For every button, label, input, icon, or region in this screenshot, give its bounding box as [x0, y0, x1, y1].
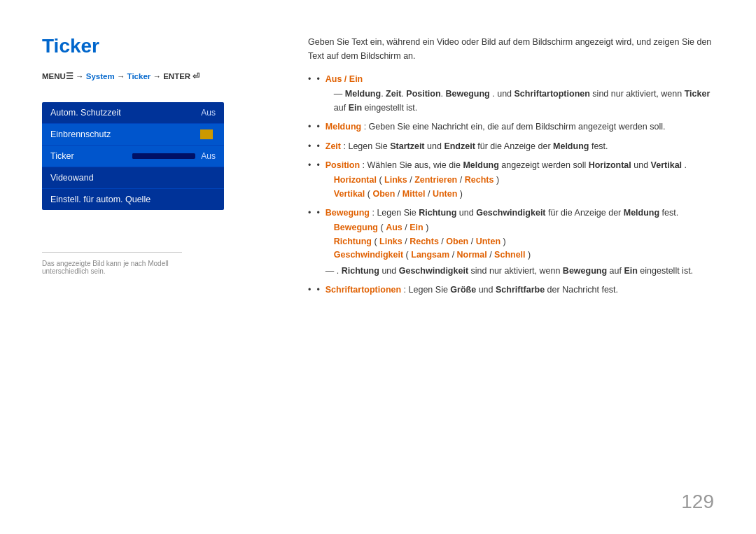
- ein-ref1: Ein: [349, 103, 362, 113]
- bullet-bewegung: • Bewegung : Legen Sie Richtung und Gesc…: [308, 206, 714, 278]
- groesse: Größe: [450, 285, 476, 295]
- aus-ein-sub: — Meldung. Zeit. Position. Bewegung . un…: [334, 87, 714, 115]
- ein-note: Ein: [624, 266, 637, 276]
- einstell-label: Einstell. für autom. Quelle: [50, 195, 150, 204]
- arrow-1: →: [76, 72, 86, 80]
- system-label: System: [86, 72, 115, 80]
- schriftfarbe: Schriftfarbe: [496, 285, 545, 295]
- einbrennschutz-label: Einbrennschutz: [50, 129, 111, 139]
- bullet-list: • Aus / Ein — Meldung. Zeit. Position. B…: [308, 73, 714, 297]
- menu-item-videowand[interactable]: Videowand: [42, 167, 224, 189]
- meldung-ref4: Meldung: [624, 208, 659, 218]
- bullet-schriftart-content: Schriftartoptionen : Legen Sie Größe und…: [326, 283, 714, 297]
- richtung-note: Richtung: [342, 266, 379, 276]
- left-column: Ticker MENU☰ → System → Ticker → ENTER ⏎…: [42, 35, 280, 506]
- bewegung-options: Bewegung ( Aus / Ein ): [334, 221, 714, 234]
- ticker-bar-fill: [132, 153, 176, 159]
- vertikal-title: Vertikal: [651, 160, 682, 170]
- menu-path: MENU☰ → System → Ticker → ENTER ⏎: [42, 71, 280, 81]
- oben-r: Oben: [446, 237, 468, 246]
- vertikal-options: Vertikal ( Oben / Mittel / Unten ): [334, 188, 714, 201]
- autom-schutzzeit-label: Autom. Schutzzeit: [50, 108, 121, 118]
- bullet-meldung: • Meldung : Geben Sie eine Nachricht ein…: [308, 120, 714, 134]
- schriftart-title: Schriftartoptionen: [326, 285, 401, 295]
- bullet-aus-ein-content: Aus / Ein — Meldung. Zeit. Position. Bew…: [326, 73, 714, 115]
- richtung-options: Richtung ( Links / Rechts / Oben / Unten…: [334, 235, 714, 248]
- bewegung-note: — . Richtung und Geschwindigkeit sind nu…: [326, 265, 714, 278]
- menu-item-ticker[interactable]: Ticker Aus: [42, 146, 224, 167]
- enter-label: ENTER ⏎: [163, 72, 200, 80]
- menu-prefix: MENU: [42, 72, 66, 80]
- autom-schutzzeit-value: Aus: [201, 108, 216, 118]
- meldung-ref3: Meldung: [463, 160, 498, 170]
- unten-v: Unten: [433, 189, 457, 199]
- position-sub: Horizontal ( Links / Zentrieren / Rechts…: [334, 174, 714, 201]
- ticker-value: Aus: [201, 151, 216, 161]
- links-r: Links: [379, 237, 402, 246]
- bullet-position-content: Position : Wählen Sie aus, wie die Meldu…: [326, 159, 714, 201]
- horizontal-label: Horizontal: [334, 175, 377, 185]
- menu-icon: ☰: [66, 72, 74, 80]
- content-area: Ticker MENU☰ → System → Ticker → ENTER ⏎…: [42, 35, 714, 506]
- footnote-text: Das angezeigte Bild kann je nach Modell …: [42, 260, 182, 275]
- menu-list: Autom. Schutzzeit Aus Einbrennschutz Tic…: [42, 102, 224, 210]
- meldung-ref1: Meldung: [345, 89, 381, 99]
- bewegung-sub-label: Bewegung: [334, 223, 378, 232]
- page-container: Ticker MENU☰ → System → Ticker → ENTER ⏎…: [0, 0, 756, 534]
- intro-text: Geben Sie Text ein, während ein Video od…: [308, 35, 714, 63]
- bewegung-note-ref: Bewegung: [563, 266, 607, 276]
- geschw-label: Geschwindigkeit: [334, 250, 403, 260]
- ticker-label: Ticker: [127, 72, 151, 80]
- ticker-progress-bar: [132, 153, 195, 159]
- ticker-menu-label: Ticker: [50, 151, 74, 161]
- schnell: Schnell: [494, 250, 525, 260]
- richtung-label: Richtung: [334, 237, 372, 246]
- bewegung-ref1: Bewegung: [446, 89, 490, 99]
- geschw-note: Geschwindigkeit: [399, 266, 468, 276]
- menu-item-einbrennschutz[interactable]: Einbrennschutz: [42, 124, 224, 146]
- arrow-2: →: [117, 72, 127, 80]
- zeit-title: Zeit: [326, 141, 341, 151]
- geschw-options: Geschwindigkeit ( Langsam / Normal / Sch…: [334, 248, 714, 262]
- unten-r: Unten: [476, 237, 500, 246]
- rechts-h: Rechts: [465, 175, 494, 185]
- geschw-ref: Geschwindigkeit: [476, 208, 545, 218]
- horizontal-title: Horizontal: [589, 160, 631, 170]
- ein-b: Ein: [410, 223, 423, 232]
- meldung-ref2: Meldung: [553, 141, 589, 151]
- meldung-title: Meldung: [326, 122, 361, 132]
- position-ref1: Position: [406, 89, 440, 99]
- bullet-meldung-content: Meldung : Geben Sie eine Nachricht ein, …: [326, 120, 714, 134]
- bewegung-sub: Bewegung ( Aus / Ein ) Richtung ( Link: [334, 221, 714, 262]
- videowand-label: Videowand: [50, 173, 94, 183]
- zeit-ref1: Zeit: [386, 89, 401, 99]
- links-h: Links: [384, 175, 407, 185]
- aus-ein-text: Aus / Ein: [326, 74, 363, 84]
- bullet-bewegung-content: Bewegung : Legen Sie Richtung und Geschw…: [326, 206, 714, 278]
- vertikal-label: Vertikal: [334, 189, 365, 199]
- rechts-r: Rechts: [410, 237, 439, 246]
- arrow-3: →: [153, 72, 164, 80]
- right-column: Geben Sie Text ein, während ein Video od…: [308, 35, 714, 506]
- page-number: 129: [681, 491, 714, 513]
- bullet-zeit: • Zeit : Legen Sie Startzeit und Endzeit…: [308, 140, 714, 153]
- startzeit: Startzeit: [390, 141, 424, 151]
- menu-item-einstell[interactable]: Einstell. für autom. Quelle: [42, 189, 224, 210]
- zentrieren: Zentrieren: [414, 175, 457, 185]
- normal: Normal: [457, 250, 487, 260]
- bullet-aus-ein: • Aus / Ein — Meldung. Zeit. Position. B…: [308, 73, 714, 115]
- ticker-ref1: Ticker: [685, 89, 710, 99]
- bullet-position: • Position : Wählen Sie aus, wie die Mel…: [308, 159, 714, 201]
- einbrennschutz-swatch: [200, 129, 213, 139]
- dash: —: [334, 89, 345, 99]
- horizontal-options: Horizontal ( Links / Zentrieren / Rechts…: [334, 174, 714, 187]
- page-title: Ticker: [42, 35, 280, 57]
- position-title: Position: [326, 160, 360, 170]
- endzeit: Endzeit: [444, 141, 475, 151]
- menu-item-autom-schutzzeit[interactable]: Autom. Schutzzeit Aus: [42, 102, 224, 124]
- bullet-zeit-content: Zeit : Legen Sie Startzeit und Endzeit f…: [326, 140, 714, 153]
- schriftart-ref1: Schriftartoptionen: [514, 89, 590, 99]
- richtung-ref: Richtung: [419, 208, 456, 218]
- mittel: Mittel: [402, 189, 426, 199]
- bullet-schriftart: • Schriftartoptionen : Legen Sie Größe u…: [308, 283, 714, 297]
